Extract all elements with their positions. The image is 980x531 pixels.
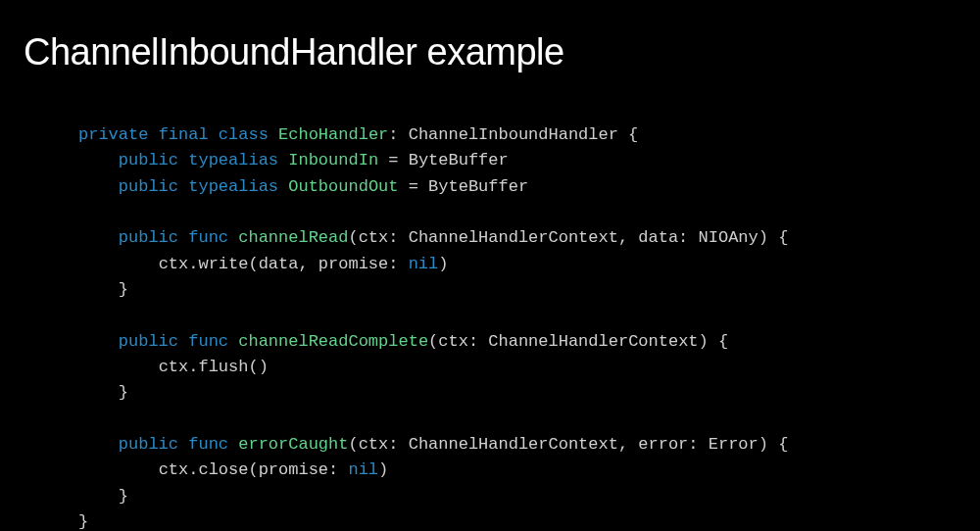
class-name: EchoHandler [278, 125, 388, 144]
typealias-name: OutboundOut [288, 177, 398, 196]
keyword: public [119, 435, 178, 454]
code-text: ) [438, 255, 448, 273]
keyword: public [119, 151, 178, 169]
keyword: public [119, 228, 178, 247]
brace: } [78, 512, 88, 531]
keyword: func [188, 435, 228, 454]
keyword: func [188, 228, 228, 247]
keyword: final [159, 125, 209, 144]
keyword: func [188, 332, 228, 351]
code-text: = ByteBuffer [398, 177, 528, 196]
code-text: (ctx: ChannelHandlerContext) { [428, 332, 728, 351]
code-text: ctx.write(data, promise: [159, 255, 409, 273]
code-text: (ctx: ChannelHandlerContext, data: NIOAn… [348, 228, 788, 247]
func-name: channelRead [238, 228, 348, 247]
keyword: typealias [188, 177, 278, 196]
brace: } [119, 280, 128, 299]
keyword: public [119, 332, 178, 351]
brace: } [119, 383, 128, 402]
nil-literal: nil [409, 255, 439, 273]
keyword: class [219, 125, 269, 144]
func-name: errorCaught [238, 435, 348, 454]
code-text: (ctx: ChannelHandlerContext, error: Erro… [348, 435, 788, 454]
code-block: private final class EchoHandler: Channel… [0, 73, 980, 531]
brace: } [119, 487, 128, 506]
code-text: ctx.flush() [159, 358, 269, 376]
slide-title: ChannelInboundHandler example [0, 0, 980, 73]
keyword: private [78, 125, 148, 144]
code-text: : ChannelInboundHandler { [388, 125, 638, 144]
typealias-name: InboundIn [288, 151, 378, 169]
keyword: typealias [188, 151, 278, 169]
keyword: public [119, 177, 178, 196]
nil-literal: nil [348, 460, 378, 479]
code-text: ctx.close(promise: [159, 460, 349, 479]
code-text: = ByteBuffer [378, 151, 509, 169]
func-name: channelReadComplete [238, 332, 428, 351]
code-text: ) [378, 460, 388, 479]
